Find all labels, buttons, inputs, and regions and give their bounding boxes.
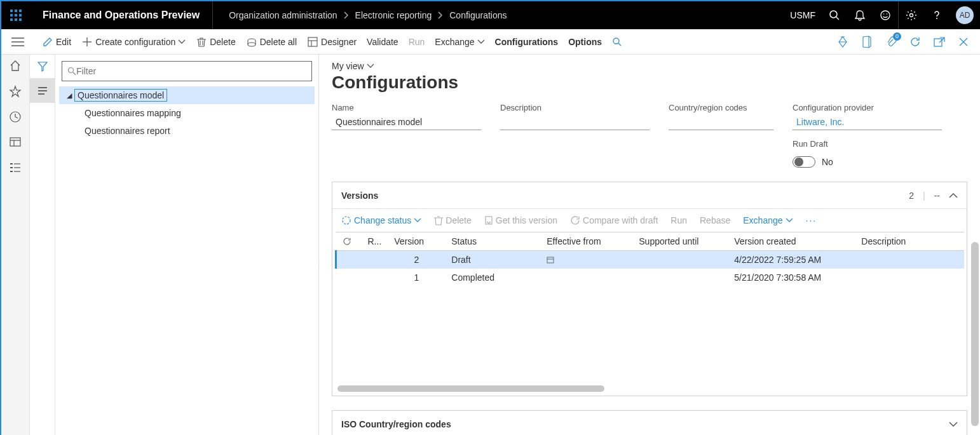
svg-point-25 — [613, 38, 619, 44]
provider-value[interactable]: Litware, Inc. — [793, 115, 942, 130]
legal-entity[interactable]: USMF — [784, 10, 822, 20]
description-value[interactable] — [500, 115, 650, 130]
bell-icon[interactable] — [847, 1, 873, 29]
chevron-down-icon[interactable] — [949, 421, 958, 427]
search-icon — [67, 67, 76, 76]
versions-table: R... Version Status Effective from Suppo… — [335, 232, 964, 286]
chevron-down-icon — [367, 64, 374, 69]
col-status[interactable]: Status — [445, 232, 540, 251]
tree-child-label: Questionnaires mapping — [85, 108, 181, 118]
svg-rect-22 — [308, 37, 317, 46]
delete-all-button[interactable]: Delete all — [246, 29, 297, 54]
brand-title: Finance and Operations Preview — [30, 10, 212, 21]
table-row[interactable]: 1 Completed 5/21/2020 7:30:58 AM — [336, 269, 965, 286]
options-button[interactable]: Options — [568, 29, 602, 54]
workspaces-icon[interactable] — [8, 135, 23, 150]
svg-point-14 — [910, 14, 913, 17]
attachments-icon[interactable]: 0 — [883, 34, 899, 50]
create-configuration-label: Create configuration — [95, 37, 175, 47]
svg-rect-8 — [19, 18, 22, 21]
description-label: Description — [500, 103, 650, 112]
configurations-label: Configurations — [495, 37, 559, 47]
rundraft-toggle-row: No — [793, 156, 942, 168]
options-label: Options — [568, 37, 602, 47]
change-status-label: Change status — [354, 215, 411, 225]
svg-rect-46 — [486, 217, 492, 224]
filter-input[interactable] — [76, 66, 306, 76]
refresh-icon[interactable] — [908, 34, 923, 50]
tree-root[interactable]: ◢ Questionnaires model — [59, 86, 315, 104]
versions-card: Versions 2 | -- Change status Delete — [332, 182, 967, 396]
rundraft-value: No — [822, 157, 833, 167]
chevron-right-icon — [438, 11, 443, 19]
open-office-icon[interactable] — [859, 34, 875, 50]
popout-icon[interactable] — [932, 34, 947, 50]
breadcrumb-item[interactable]: Electronic reporting — [355, 10, 432, 20]
versions-header[interactable]: Versions 2 | -- — [332, 182, 967, 209]
country-value[interactable] — [669, 115, 773, 130]
calendar-icon[interactable] — [547, 256, 626, 264]
waffle-icon[interactable] — [1, 1, 30, 29]
filter-icon[interactable] — [30, 55, 55, 79]
svg-line-10 — [836, 17, 839, 20]
name-value[interactable]: Questionnaires model — [332, 115, 481, 130]
designer-button[interactable]: Designer — [307, 29, 357, 54]
table-row[interactable]: 2 Draft 4/22/2022 7:59:25 AM — [336, 251, 965, 269]
hamburger-icon[interactable] — [4, 37, 32, 47]
rebase-label: Rebase — [700, 215, 730, 225]
view-selector[interactable]: My view — [332, 61, 967, 71]
rundraft-toggle[interactable] — [793, 156, 815, 168]
edit-button[interactable]: Edit — [42, 29, 71, 54]
gear-icon[interactable] — [899, 1, 924, 29]
breadcrumb-item[interactable]: Configurations — [449, 10, 507, 20]
star-icon[interactable] — [8, 84, 23, 99]
chevron-down-icon — [178, 39, 186, 44]
tree-root-label: Questionnaires model — [74, 89, 167, 102]
chevron-up-icon[interactable] — [949, 192, 958, 199]
search-icon[interactable] — [822, 1, 847, 29]
breadcrumb: Organization administration Electronic r… — [213, 10, 522, 20]
get-version-button: Get this version — [484, 215, 557, 225]
iso-header[interactable]: ISO Country/region codes — [332, 411, 967, 435]
recent-icon[interactable] — [8, 109, 23, 124]
svg-rect-35 — [10, 167, 13, 168]
col-supported[interactable]: Supported until — [632, 232, 728, 251]
versions-delete-label: Delete — [446, 215, 471, 225]
versions-exchange-button[interactable]: Exchange — [743, 215, 793, 225]
list-icon[interactable] — [30, 79, 55, 103]
country-field: Country/region codes — [669, 103, 773, 168]
svg-rect-6 — [10, 18, 13, 21]
col-version[interactable]: Version — [388, 232, 445, 251]
versions-exchange-label: Exchange — [743, 215, 782, 225]
breadcrumb-item[interactable]: Organization administration — [229, 10, 337, 20]
col-effective[interactable]: Effective from — [540, 232, 632, 251]
horizontal-scrollbar[interactable] — [337, 385, 604, 392]
filter-box[interactable] — [62, 61, 312, 81]
exchange-button[interactable]: Exchange — [435, 29, 484, 54]
action-search-icon[interactable] — [612, 29, 622, 54]
smile-icon[interactable] — [873, 1, 898, 29]
avatar[interactable]: AD — [956, 6, 974, 24]
modules-icon[interactable] — [8, 160, 23, 175]
cell-version: 1 — [388, 269, 445, 286]
help-icon[interactable] — [924, 1, 949, 29]
delete-button[interactable]: Delete — [196, 29, 235, 54]
action-bar: Edit Create configuration Delete Delete … — [1, 29, 980, 55]
svg-point-15 — [936, 18, 937, 19]
create-configuration-button[interactable]: Create configuration — [81, 29, 186, 54]
change-status-button[interactable]: Change status — [341, 215, 421, 225]
configurations-button[interactable]: Configurations — [495, 29, 559, 54]
refresh-col-icon[interactable] — [343, 237, 355, 246]
diamond-icon[interactable] — [835, 34, 850, 50]
col-r[interactable]: R... — [362, 232, 388, 251]
validate-button[interactable]: Validate — [367, 29, 398, 54]
home-icon[interactable] — [8, 58, 23, 74]
vertical-scrollbar[interactable] — [971, 242, 979, 426]
tree-child[interactable]: Questionnaires mapping — [59, 104, 315, 122]
caret-icon[interactable]: ◢ — [64, 91, 74, 100]
col-created[interactable]: Version created — [728, 232, 855, 251]
tree-child[interactable]: Questionnaires report — [59, 122, 315, 140]
more-icon[interactable]: ··· — [806, 215, 817, 225]
col-description[interactable]: Description — [855, 232, 964, 251]
close-icon[interactable] — [956, 34, 971, 50]
